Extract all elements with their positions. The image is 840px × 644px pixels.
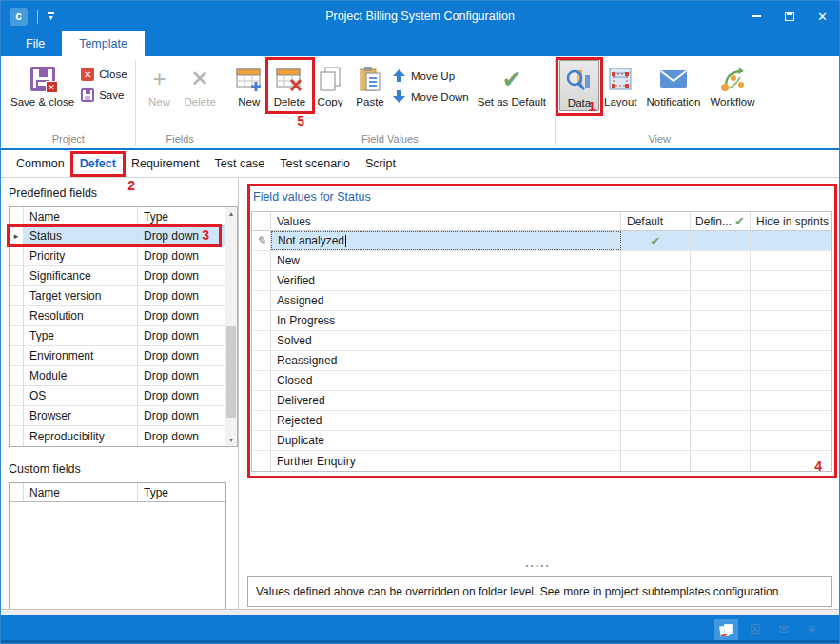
close-project-icon: ✕ [81,68,94,81]
column-header-name[interactable]: Name [24,207,138,225]
save-and-close-button[interactable]: ✕ Save & close [6,60,79,109]
predefined-grid-header: Name Type [10,207,225,226]
minimize-button[interactable] [739,1,772,31]
value-row[interactable]: Closed [252,371,831,391]
column-header-name[interactable]: Name [24,483,138,501]
group-label-field-values: Field Values [226,132,554,148]
field-values-section: Field values for Status Values Default D… [247,184,837,478]
view-notification-button[interactable]: Notification [642,60,706,109]
entity-tabstrip: Common Defect 2 Requirement Test case Te… [1,150,839,178]
save-icon [81,88,94,102]
predefined-row[interactable]: Resolution Drop down [10,306,225,326]
value-row[interactable]: New [252,251,831,271]
save-button[interactable]: Save [81,88,127,102]
column-header-default[interactable]: Default [621,212,691,230]
burst-icon: ✳ [807,622,817,636]
arrow-down-icon [392,90,406,104]
move-up-button[interactable]: Move Up [392,69,469,83]
scroll-down-icon[interactable]: ▼ [228,434,235,446]
tab-test-case[interactable]: Test case [207,152,273,177]
scrollbar-thumb[interactable] [226,326,236,418]
statusbar-notification-button[interactable]: ✉ [772,619,795,640]
predefined-row[interactable]: Environment Drop down [10,346,225,366]
fields-delete-button[interactable]: ✕ Delete [180,60,221,109]
field-values-new-button[interactable]: New [229,60,269,109]
bottom-strip [1,609,839,615]
ribbon-group-project: ✕ Save & close ✕ Close Save Proje [3,57,134,148]
value-row[interactable]: Rejected [252,411,831,431]
field-values-grid-header: Values Default Defin... ✔ Hide in sprint… [252,212,831,231]
paste-button[interactable]: Paste [350,60,390,109]
predefined-grid-scrollbar[interactable]: ▲ ▼ [225,207,237,446]
statusbar-templates-button[interactable] [714,619,738,640]
field-values-grid: Values Default Defin... ✔ Hide in sprint… [251,211,832,472]
pages-icon [720,623,733,636]
predefined-row[interactable]: Significance Drop down [10,266,225,286]
value-row-editing[interactable]: ✎ Not analyzed ✔ [252,231,831,251]
data-icon [565,66,594,94]
arrow-up-icon [392,69,406,83]
titlebar-separator [37,10,38,24]
scroll-up-icon[interactable]: ▲ [228,207,235,220]
set-as-default-button[interactable]: ✔ Set as Default [473,60,551,109]
column-header-type[interactable]: Type [138,207,225,225]
value-row[interactable]: Assigned [252,291,831,311]
tab-file[interactable]: File [9,31,62,56]
maximize-button[interactable] [772,1,806,31]
view-workflow-button[interactable]: Workflow [705,60,759,109]
column-header-hide-in-sprints[interactable]: Hide in sprints [751,212,831,230]
column-header-type[interactable]: Type [138,483,225,501]
window-title: Project Billing System Configuration [1,10,839,23]
default-check-icon: ✔ [651,234,661,248]
value-row[interactable]: Delivered [252,391,831,411]
ribbon-separator [225,60,225,146]
statusbar-layout-button[interactable]: ☒ [743,619,767,640]
copy-button[interactable]: Copy [310,60,350,109]
predefined-row[interactable]: Reproducibility Drop down [10,426,225,446]
annotation-number-5: 5 [297,113,304,128]
predefined-row[interactable]: Target version Drop down [10,286,225,306]
predefined-row[interactable]: OS Drop down [10,386,225,406]
value-row[interactable]: Verified [252,271,831,291]
tab-common[interactable]: Common [9,152,72,177]
predefined-fields-title: Predefined fields [9,186,238,200]
predefined-row[interactable]: Priority Drop down [10,246,225,266]
predefined-row[interactable]: Type Drop down [10,326,225,346]
tab-requirement[interactable]: Requirement [124,152,207,177]
close-button[interactable]: ✕ [806,1,839,31]
column-header-values[interactable]: Values [271,212,621,230]
tab-test-scenario[interactable]: Test scenario [272,152,358,177]
column-header-defined[interactable]: Defin... ✔ [691,212,751,230]
move-down-button[interactable]: Move Down [392,90,469,104]
envelope-icon: ✉ [778,622,789,636]
text-caret [345,235,346,247]
field-values-title: Field values for Status [253,190,832,204]
tab-template[interactable]: Template [62,31,145,56]
tab-script[interactable]: Script [358,152,403,177]
view-layout-button[interactable]: Layout [599,60,642,109]
quick-access-menu-icon[interactable]: ▾ [48,12,54,20]
statusbar-workflow-button[interactable]: ✳ [800,619,824,640]
predefined-row-status[interactable]: ▸ Status Drop down 3 [10,226,225,246]
value-row[interactable]: In Progress [252,311,831,331]
defined-check-icon: ✔ [734,214,745,228]
left-panel: Predefined fields Name Type ▸ Status Dro… [1,178,239,609]
value-row[interactable]: Duplicate [252,431,831,451]
field-values-delete-button[interactable]: Delete [269,60,310,109]
value-cell-editing[interactable]: Not analyzed [271,231,621,250]
ribbon: ✕ Save & close ✕ Close Save Proje [1,56,839,150]
plus-icon: + [153,68,166,90]
close-project-button[interactable]: ✕ Close [81,68,127,81]
custom-grid-empty-body[interactable] [10,502,225,609]
view-data-button[interactable]: Data [559,60,599,111]
value-row[interactable]: Further Enquiry [252,451,831,471]
value-row[interactable]: Reassigned [252,351,831,371]
tab-defect[interactable]: Defect [72,152,124,177]
custom-fields-grid: Name Type [9,482,226,609]
ribbon-group-field-values: New [226,57,554,148]
predefined-row[interactable]: Browser Drop down [10,406,225,426]
fields-new-button[interactable]: + New [140,60,180,109]
value-row[interactable]: Solved [252,331,831,351]
splitter-handle[interactable]: ..... [233,556,839,570]
predefined-row[interactable]: Module Drop down [10,366,225,386]
